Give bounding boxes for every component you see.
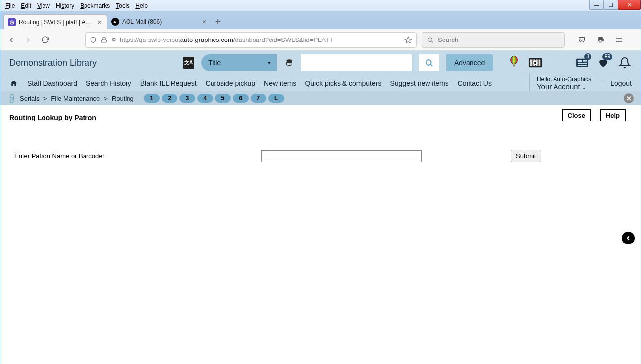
svg-point-7 (513, 56, 515, 64)
greeting-text: Hello, Auto-Graphics (537, 76, 591, 82)
logout-link[interactable]: Logout (603, 80, 632, 87)
svg-rect-20 (583, 60, 587, 61)
menu-tools[interactable]: Tools (113, 1, 132, 10)
patron-input[interactable] (261, 150, 422, 162)
chevron-down-icon: ⌄ (580, 85, 586, 90)
window-close-button[interactable]: ✕ (618, 0, 641, 10)
svg-rect-10 (530, 59, 532, 66)
reload-button[interactable] (39, 34, 51, 46)
search-type-label: Title (208, 59, 221, 67)
search-icon (427, 37, 434, 43)
step-pill-l[interactable]: L (268, 94, 284, 103)
app-header: Demonstration Library 文A Title ▾ Advance… (0, 51, 641, 75)
browser-menu-bar: File Edit View History Bookmarks Tools H… (0, 0, 641, 11)
svg-point-2 (428, 38, 432, 41)
svg-point-4 (426, 60, 431, 65)
nav-staff-dashboard[interactable]: Staff Dashboard (27, 80, 77, 87)
menu-history[interactable]: History (53, 1, 77, 10)
nav-blank-ill[interactable]: Blank ILL Request (140, 80, 197, 87)
step-pill-5[interactable]: 5 (215, 94, 231, 103)
search-placeholder: Search (438, 36, 458, 43)
nav-contact[interactable]: Contact Us (458, 80, 492, 87)
search-type-dropdown[interactable]: Title ▾ (201, 54, 277, 71)
menu-edit[interactable]: Edit (18, 1, 34, 10)
forward-button[interactable] (22, 34, 34, 46)
breadcrumb-file-maintenance[interactable]: File Maintenance (51, 95, 100, 102)
step-pill-2[interactable]: 2 (162, 94, 177, 103)
svg-point-15 (534, 62, 536, 64)
browser-nav-toolbar: ⚙ https://qa-swls-verso.auto-graphics.co… (0, 29, 641, 51)
star-icon[interactable] (404, 36, 412, 44)
balloon-icon[interactable] (507, 55, 521, 70)
menu-file[interactable]: File (2, 1, 18, 10)
breadcrumb-routing[interactable]: Routing (112, 95, 134, 102)
step-pill-7[interactable]: 7 (251, 94, 266, 103)
language-icon[interactable]: 文A (183, 57, 194, 69)
collapse-panel-icon[interactable] (622, 232, 635, 244)
svg-rect-18 (578, 63, 587, 64)
tab-title: AOL Mail (806) (122, 18, 198, 25)
nav-quick-picks[interactable]: Quick picks & computers (305, 80, 381, 87)
breadcrumb-close-icon[interactable]: ✕ (624, 93, 634, 103)
patron-field-label: Enter Patron Name or Barcode: (14, 152, 261, 160)
nav-search-history[interactable]: Search History (86, 80, 131, 87)
link-icon: 🔗 (6, 92, 17, 104)
nav-suggest[interactable]: Suggest new items (390, 80, 448, 87)
submit-button[interactable]: Submit (511, 150, 541, 162)
step-pill-3[interactable]: 3 (179, 94, 195, 103)
close-button[interactable]: Close (562, 109, 591, 121)
news-icon[interactable]: 3 (575, 55, 589, 70)
app-nav-row: Staff Dashboard Search History Blank ILL… (0, 75, 641, 91)
window-minimize-button[interactable]: — (589, 0, 604, 10)
news-badge: 3 (584, 53, 591, 60)
new-tab-button[interactable]: + (211, 14, 225, 29)
hamburger-menu-icon[interactable] (613, 34, 625, 46)
step-pill-4[interactable]: 4 (197, 94, 213, 103)
database-icon[interactable] (284, 58, 294, 67)
help-button[interactable]: Help (600, 109, 626, 121)
permissions-icon: ⚙ (111, 37, 116, 43)
catalog-search-input[interactable] (301, 54, 411, 71)
svg-rect-8 (513, 65, 515, 67)
menu-bookmarks[interactable]: Bookmarks (77, 1, 113, 10)
catalog-search-button[interactable] (419, 54, 439, 71)
shield-icon (90, 36, 97, 44)
scanner-icon[interactable] (528, 55, 542, 70)
svg-rect-21 (583, 61, 587, 62)
tab-close-icon[interactable]: × (201, 18, 207, 26)
favorites-badge: F9 (602, 53, 612, 60)
svg-rect-13 (538, 59, 540, 66)
lookup-form: Enter Patron Name or Barcode: Submit (0, 125, 641, 162)
notifications-icon[interactable] (617, 55, 632, 70)
svg-rect-0 (102, 40, 107, 42)
nav-new-items[interactable]: New items (264, 80, 296, 87)
step-pill-6[interactable]: 6 (233, 94, 249, 103)
browser-tab-inactive[interactable]: A. AOL Mail (806) × (107, 14, 211, 29)
menu-view[interactable]: View (34, 1, 53, 10)
home-icon[interactable] (9, 80, 18, 87)
print-icon[interactable] (595, 34, 606, 46)
content-header: Routing Lookup by Patron Close Help (0, 105, 641, 125)
advanced-search-button[interactable]: Advanced (446, 54, 493, 71)
url-bar[interactable]: ⚙ https://qa-swls-verso.auto-graphics.co… (85, 32, 417, 48)
favorites-icon[interactable]: F9 (596, 55, 610, 70)
step-pill-1[interactable]: 1 (144, 94, 160, 103)
breadcrumb-row: 🔗 Serials > File Maintenance > Routing 1… (0, 91, 641, 105)
back-button[interactable] (5, 34, 17, 46)
breadcrumb-serials[interactable]: Serials (20, 95, 40, 102)
pocket-icon[interactable] (576, 34, 588, 46)
browser-tab-active[interactable]: ◎ Routing | SWLS | platt | Auto-Gr… × (3, 14, 107, 29)
menu-help[interactable]: Help (132, 1, 151, 10)
window-maximize-button[interactable]: ☐ (603, 0, 618, 10)
tab-close-icon[interactable]: × (97, 18, 103, 26)
lock-icon (101, 36, 107, 43)
nav-curbside[interactable]: Curbside pickup (206, 80, 255, 87)
svg-marker-1 (405, 37, 411, 43)
svg-rect-19 (578, 65, 587, 66)
browser-search-box[interactable]: Search (422, 32, 565, 48)
account-block[interactable]: Hello, Auto-Graphics Your Account ⌄ (529, 73, 591, 93)
library-name: Demonstration Library (9, 58, 97, 68)
favicon-icon: A. (111, 18, 119, 26)
account-label: Your Account (537, 82, 580, 91)
browser-tab-strip: ◎ Routing | SWLS | platt | Auto-Gr… × A.… (0, 11, 641, 29)
